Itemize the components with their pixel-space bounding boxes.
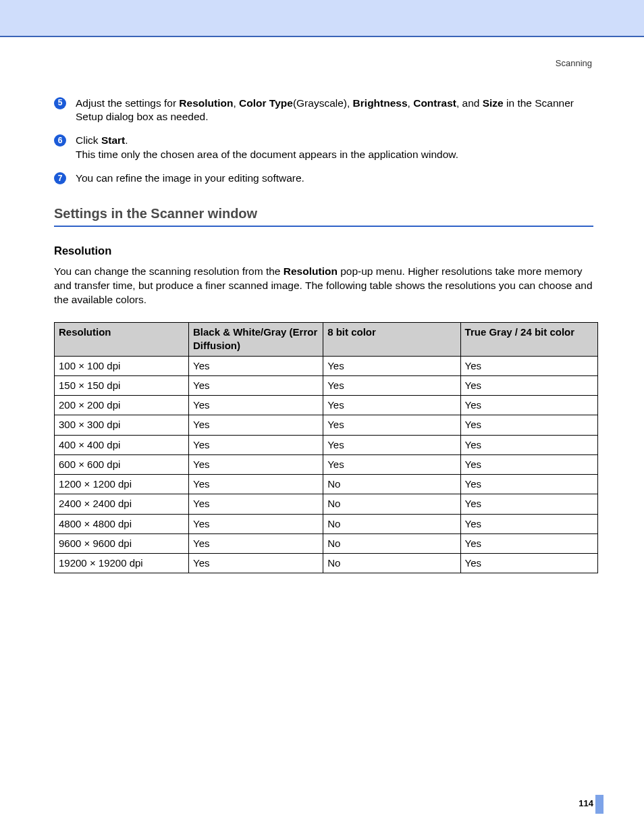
step-item: 5Adjust the settings for Resolution, Col… <box>54 97 593 125</box>
section-heading: Settings in the Scanner window <box>54 205 593 227</box>
th-truegray: True Gray / 24 bit color <box>460 323 597 357</box>
table-row: 150 × 150 dpiYesYesYes <box>55 375 598 395</box>
chapter-label: Scanning <box>54 57 593 70</box>
cell-resolution: 1200 × 1200 dpi <box>55 475 189 494</box>
page-content: Scanning 5Adjust the settings for Resolu… <box>0 37 644 573</box>
cell-value: No <box>323 514 460 533</box>
step-number-bullet: 6 <box>54 134 66 147</box>
cell-value: Yes <box>460 514 597 533</box>
table-header-row: Resolution Black & White/Gray (Error Dif… <box>55 323 598 357</box>
table-row: 200 × 200 dpiYesYesYes <box>55 396 598 415</box>
step-text: Adjust the settings for Resolution, Colo… <box>76 97 593 125</box>
cell-resolution: 4800 × 4800 dpi <box>55 514 189 533</box>
table-row: 19200 × 19200 dpiYesNoYes <box>55 554 598 573</box>
table-row: 300 × 300 dpiYesYesYes <box>55 415 598 435</box>
cell-value: No <box>323 554 460 573</box>
step-text: Click Start.This time only the chosen ar… <box>76 134 593 162</box>
step-item: 7You can refine the image in your editin… <box>54 172 593 186</box>
table-row: 100 × 100 dpiYesYesYes <box>55 356 598 375</box>
step-number-bullet: 7 <box>54 172 66 184</box>
cell-value: Yes <box>323 435 460 454</box>
table-row: 9600 × 9600 dpiYesNoYes <box>55 533 598 553</box>
th-resolution: Resolution <box>55 323 189 357</box>
side-tab-icon <box>595 795 603 814</box>
cell-value: Yes <box>189 494 323 514</box>
step-item: 6Click Start.This time only the chosen a… <box>54 134 593 162</box>
cell-resolution: 200 × 200 dpi <box>55 396 189 415</box>
cell-value: Yes <box>189 375 323 395</box>
document-page: Scanning 5Adjust the settings for Resolu… <box>0 0 644 834</box>
cell-value: Yes <box>323 396 460 415</box>
step-text: You can refine the image in your editing… <box>76 172 593 186</box>
step-number-bullet: 5 <box>54 97 66 109</box>
intro-paragraph: You can change the scanning resolution f… <box>54 265 593 307</box>
cell-value: Yes <box>189 415 323 435</box>
th-bw: Black & White/Gray (Error Diffusion) <box>189 323 323 357</box>
table-row: 2400 × 2400 dpiYesNoYes <box>55 494 598 514</box>
cell-value: No <box>323 494 460 514</box>
cell-value: Yes <box>189 435 323 454</box>
cell-value: Yes <box>189 475 323 494</box>
page-number: 114 <box>579 798 593 810</box>
table-row: 1200 × 1200 dpiYesNoYes <box>55 475 598 494</box>
cell-resolution: 600 × 600 dpi <box>55 454 189 474</box>
cell-resolution: 400 × 400 dpi <box>55 435 189 454</box>
cell-value: Yes <box>189 554 323 573</box>
cell-value: Yes <box>460 435 597 454</box>
cell-resolution: 150 × 150 dpi <box>55 375 189 395</box>
cell-value: Yes <box>460 494 597 514</box>
cell-value: Yes <box>323 356 460 375</box>
cell-resolution: 100 × 100 dpi <box>55 356 189 375</box>
cell-value: No <box>323 533 460 553</box>
cell-value: Yes <box>460 533 597 553</box>
cell-value: Yes <box>189 396 323 415</box>
resolution-table: Resolution Black & White/Gray (Error Dif… <box>54 322 598 573</box>
cell-resolution: 19200 × 19200 dpi <box>55 554 189 573</box>
cell-value: Yes <box>460 475 597 494</box>
top-header-bar <box>0 0 644 36</box>
cell-value: No <box>323 475 460 494</box>
table-row: 4800 × 4800 dpiYesNoYes <box>55 514 598 533</box>
cell-value: Yes <box>460 415 597 435</box>
cell-value: Yes <box>460 554 597 573</box>
th-8bit: 8 bit color <box>323 323 460 357</box>
cell-value: Yes <box>460 454 597 474</box>
cell-value: Yes <box>189 514 323 533</box>
cell-value: Yes <box>460 375 597 395</box>
table-row: 600 × 600 dpiYesYesYes <box>55 454 598 474</box>
cell-value: Yes <box>189 454 323 474</box>
cell-resolution: 300 × 300 dpi <box>55 415 189 435</box>
cell-value: Yes <box>323 375 460 395</box>
cell-value: Yes <box>323 454 460 474</box>
cell-resolution: 9600 × 9600 dpi <box>55 533 189 553</box>
cell-value: Yes <box>460 356 597 375</box>
subsection-heading: Resolution <box>54 243 593 258</box>
cell-value: Yes <box>460 396 597 415</box>
cell-value: Yes <box>323 415 460 435</box>
table-row: 400 × 400 dpiYesYesYes <box>55 435 598 454</box>
cell-value: Yes <box>189 356 323 375</box>
cell-value: Yes <box>189 533 323 553</box>
cell-resolution: 2400 × 2400 dpi <box>55 494 189 514</box>
steps-list: 5Adjust the settings for Resolution, Col… <box>54 97 593 186</box>
